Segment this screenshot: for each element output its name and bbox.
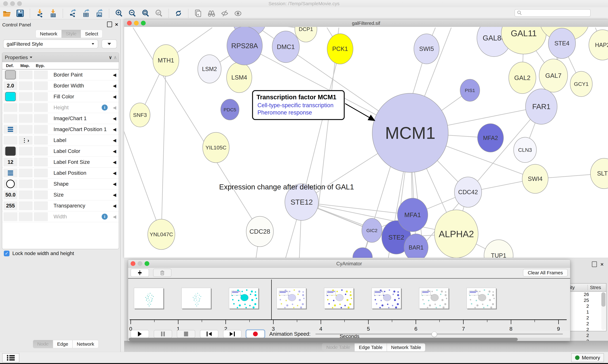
export-network-icon[interactable] [68, 9, 77, 18]
property-row-border-width[interactable]: 2.0Border Width◀ [2, 80, 119, 91]
property-row-label-position[interactable]: Label Position◀ [2, 168, 119, 179]
import-table-icon[interactable] [48, 9, 58, 18]
expand-row-icon[interactable]: ◀ [113, 181, 116, 187]
style-select[interactable]: galFiltered Style [3, 39, 98, 48]
node-botcut[interactable] [353, 248, 373, 258]
property-row-shape[interactable]: Shape◀ [2, 179, 119, 189]
export-image-icon[interactable] [95, 9, 104, 18]
expand-row-icon[interactable]: ◀ [113, 214, 116, 219]
frame-thumbnail-5[interactable] [372, 288, 401, 309]
table-row[interactable]: 2 [569, 327, 596, 333]
memory-button[interactable]: Memory [571, 353, 604, 362]
network-edge[interactable] [302, 49, 340, 202]
property-row-label-color[interactable]: Label Color◀ [2, 146, 119, 157]
open-session-icon[interactable] [2, 9, 11, 18]
network-annotation-box[interactable]: Transcription factor MCM1 Cell-type-spec… [252, 90, 345, 120]
column-header-stress[interactable]: Stres [588, 285, 601, 290]
panel-close-icon[interactable]: × [115, 22, 118, 27]
expand-row-icon[interactable]: ◀ [113, 72, 116, 78]
property-row-image-chart-1[interactable]: Image/Chart 1◀ [2, 113, 119, 124]
clear-all-frames-button[interactable]: Clear All Frames [523, 269, 568, 277]
cyanimator-timeline[interactable]: 0123456789 Seconds [128, 278, 570, 331]
tab-node-table[interactable]: Node Table [322, 343, 355, 351]
table-row[interactable]: 25 [569, 298, 596, 303]
tab-edge[interactable]: Edge [53, 340, 72, 348]
expand-row-icon[interactable]: ◀ [113, 127, 116, 132]
property-row-height[interactable]: Heighti◀ [2, 102, 119, 113]
network-canvas[interactable]: MTH1SNF3LSM2LSM4PDC5RPS28ADMC1DCP1PCK1SW… [124, 27, 608, 258]
property-row-label[interactable]: ⋮›Label◀ [2, 135, 119, 146]
task-history-button[interactable] [2, 353, 19, 363]
frame-thumbnail-3[interactable] [276, 288, 306, 309]
expand-row-icon[interactable]: ◀ [113, 116, 116, 121]
tab-network[interactable]: Network [72, 340, 98, 348]
timeline-playhead[interactable] [271, 280, 272, 320]
expand-row-icon[interactable]: ◀ [113, 159, 116, 165]
table-row[interactable]: 2 [569, 321, 596, 327]
tab-network[interactable]: Network [36, 30, 62, 38]
go-to-end-button[interactable] [223, 330, 241, 338]
animation-speed-slider[interactable] [315, 330, 563, 338]
hide-selected-icon[interactable] [220, 9, 229, 18]
zoom-out-icon[interactable] [128, 9, 137, 18]
timeline-scrollbar[interactable] [128, 338, 570, 341]
table-row[interactable]: 1 [569, 309, 596, 315]
tab-node[interactable]: Node [33, 340, 53, 348]
annotation-link-1[interactable]: Cell-type-specific transcription [257, 102, 340, 109]
frame-thumbnail-4[interactable] [324, 288, 354, 309]
column-header-centrality[interactable]: ity [569, 285, 588, 290]
play-button[interactable] [131, 330, 149, 338]
table-row[interactable]: 2 [569, 333, 596, 338]
table-row[interactable]: 2 [569, 315, 596, 321]
property-row-label-font-size[interactable]: 12Label Font Size◀ [2, 157, 119, 168]
expand-row-icon[interactable]: ◀ [113, 94, 116, 99]
lock-size-checkbox[interactable]: ✓ [4, 251, 10, 256]
export-table-icon[interactable] [81, 9, 91, 18]
table-scrollbar[interactable] [601, 292, 606, 330]
table-row[interactable]: 26 [569, 292, 596, 298]
expand-all-icon[interactable]: ∨∨ [109, 56, 111, 59]
frame-thumbnail-0[interactable] [134, 288, 163, 309]
expand-row-icon[interactable]: ◀ [113, 170, 116, 176]
network-edge[interactable] [161, 60, 166, 234]
info-icon[interactable]: i [102, 214, 108, 220]
expand-row-icon[interactable]: ◀ [113, 149, 116, 154]
property-row-width[interactable]: Widthi◀ [2, 211, 119, 222]
property-row-fill-color[interactable]: Fill Color◀ [2, 91, 119, 102]
collapse-all-icon[interactable]: ∧∧ [114, 56, 116, 59]
copy-view-icon[interactable] [193, 9, 203, 18]
first-neighbors-icon[interactable] [207, 9, 216, 18]
expand-row-icon[interactable]: ◀ [113, 203, 116, 208]
frame-thumbnail-7[interactable] [467, 288, 496, 309]
style-options-button[interactable] [102, 39, 117, 48]
expand-row-icon[interactable]: ◀ [113, 138, 116, 143]
refresh-icon[interactable] [174, 9, 183, 18]
show-all-icon[interactable] [233, 9, 243, 18]
tab-edge-table[interactable]: Edge Table [355, 343, 387, 351]
info-icon[interactable]: i [102, 104, 108, 111]
frame-thumbnail-2[interactable] [229, 288, 258, 309]
tab-network-table[interactable]: Network Table [387, 343, 426, 351]
frame-thumbnail-6[interactable] [419, 288, 449, 309]
panel-float-icon[interactable] [107, 22, 112, 27]
zoom-fit-icon[interactable] [141, 9, 150, 18]
frame-thumbnail-1[interactable] [181, 288, 211, 309]
import-network-icon[interactable] [35, 9, 44, 18]
zoom-selected-icon[interactable] [154, 9, 163, 18]
slider-handle[interactable] [432, 332, 437, 337]
table-close-icon[interactable]: × [600, 262, 604, 267]
property-row-transparency[interactable]: 255Transparency◀ [2, 200, 119, 211]
tab-style[interactable]: Style [62, 30, 81, 38]
table-float-icon[interactable] [592, 261, 597, 267]
table-row[interactable]: 2 [569, 303, 596, 309]
save-session-icon[interactable] [15, 9, 25, 18]
go-to-start-button[interactable] [200, 330, 218, 338]
stop-button[interactable] [177, 330, 195, 338]
expand-row-icon[interactable]: ◀ [113, 192, 116, 197]
property-row-border-paint[interactable]: Border Paint◀ [2, 69, 119, 80]
zoom-in-icon[interactable] [114, 9, 124, 18]
add-frame-button[interactable] [131, 269, 149, 277]
record-button[interactable] [246, 330, 264, 338]
expand-row-icon[interactable]: ◀ [113, 105, 116, 110]
annotation-link-2[interactable]: Pheromone response [257, 109, 340, 116]
